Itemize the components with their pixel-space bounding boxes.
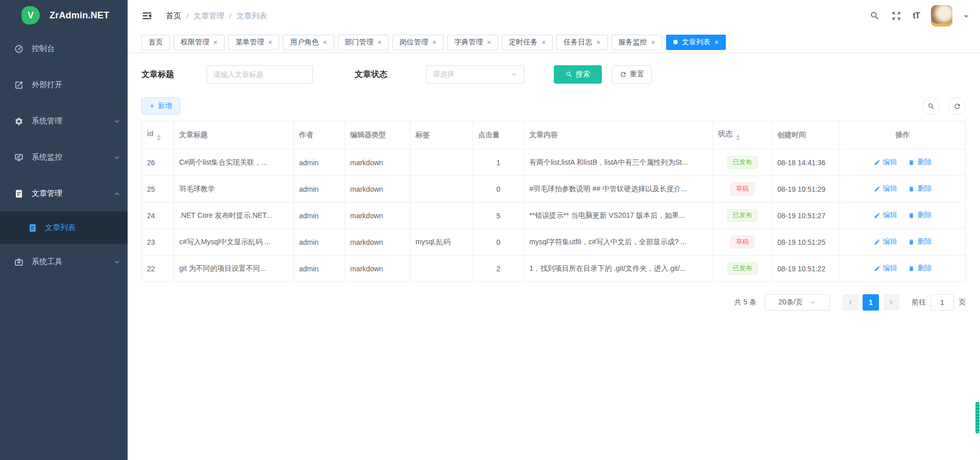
fullscreen-icon[interactable] [891, 11, 901, 21]
breadcrumb: 首页 / 文章管理 / 文章列表 [166, 11, 267, 21]
text-size-icon[interactable]: tT [913, 11, 920, 21]
tab-label: 部门管理 [345, 38, 374, 47]
delete-button[interactable]: 删除 [908, 184, 932, 193]
column-label: 作者 [299, 131, 313, 139]
reset-button[interactable]: 重置 [612, 65, 652, 84]
column-created-time: 创建时间 [772, 121, 840, 149]
page-content: 文章标题 文章状态 请选择 搜索 重置 [128, 53, 980, 460]
delete-button[interactable]: 删除 [908, 158, 932, 167]
goto-page-input[interactable] [930, 294, 954, 311]
cell-id: 22 [142, 255, 174, 282]
edit-button[interactable]: 编辑 [874, 184, 897, 193]
tab-label: 定时任务 [509, 38, 537, 47]
delete-button[interactable]: 删除 [908, 211, 932, 220]
main-area: 首页 / 文章管理 / 文章列表 tT 首页 权限管理× 菜单管理× [128, 0, 980, 460]
collapse-sidebar-icon[interactable] [141, 10, 153, 21]
tab-label: 文章列表 [682, 38, 710, 47]
trash-icon [908, 212, 915, 219]
cell-editor: markdown [345, 202, 410, 229]
column-label: 文章内容 [529, 131, 558, 139]
column-tags: 标签 [410, 121, 473, 149]
tab-home[interactable]: 首页 [141, 35, 170, 50]
sort-icon[interactable] [736, 135, 740, 141]
tab-permission-manage[interactable]: 权限管理× [174, 35, 225, 50]
tab-dept-manage[interactable]: 部门管理× [338, 35, 389, 50]
cell-tags [410, 176, 473, 202]
tab-user-role[interactable]: 用户角色× [283, 35, 334, 50]
close-tab-icon[interactable]: × [378, 39, 382, 46]
user-avatar[interactable] [931, 5, 952, 27]
next-page-button[interactable] [883, 294, 899, 311]
close-tab-icon[interactable]: × [268, 39, 272, 46]
toggle-search-button[interactable] [922, 97, 940, 115]
tab-menu-manage[interactable]: 菜单管理× [228, 35, 279, 50]
cell-content: 1，找到项目所在目录下的 .git/文件夹，进入.git/... [524, 255, 713, 282]
close-tab-icon[interactable]: × [323, 39, 327, 46]
sidebar-item-external-open[interactable]: 外部打开 [0, 67, 128, 103]
article-title-input[interactable] [213, 70, 306, 79]
page-number-button[interactable]: 1 [863, 294, 879, 311]
add-button[interactable]: + 新增 [141, 97, 180, 115]
page-size-value: 20条/页 [778, 298, 802, 307]
edit-button[interactable]: 编辑 [874, 211, 897, 220]
close-tab-icon[interactable]: × [487, 39, 491, 46]
tab-scheduled-task[interactable]: 定时任务× [502, 35, 553, 50]
close-tab-icon[interactable]: × [213, 39, 217, 46]
tab-dict-manage[interactable]: 字典管理× [447, 35, 498, 50]
column-status[interactable]: 状态 [713, 121, 772, 149]
delete-button[interactable]: 删除 [908, 237, 932, 246]
cell-author: admin [294, 255, 345, 282]
close-tab-icon[interactable]: × [596, 39, 600, 46]
edit-button[interactable]: 编辑 [874, 237, 897, 246]
sidebar-item-system-monitor[interactable]: 系统监控 [0, 139, 128, 175]
sidebar-item-system-tools[interactable]: 系统工具 [0, 244, 128, 280]
edit-button[interactable]: 编辑 [874, 264, 897, 273]
tab-service-monitor[interactable]: 服务监控× [611, 35, 663, 50]
refresh-table-button[interactable] [948, 97, 966, 115]
sidebar-item-article-list[interactable]: 文章列表 [0, 212, 128, 244]
cell-editor: markdown [345, 149, 410, 176]
search-button[interactable]: 搜索 [554, 65, 602, 84]
article-status-select[interactable]: 请选择 [426, 65, 524, 84]
breadcrumb-article-list: 文章列表 [236, 11, 267, 21]
chevron-down-icon [113, 259, 120, 266]
close-tab-icon[interactable]: × [651, 39, 655, 46]
app-logo[interactable]: V ZrAdmin.NET [0, 0, 128, 31]
table-row: 23 c#写入Mysql中文显示乱码 ... admin markdown my… [142, 229, 966, 255]
logo-icon: V [21, 6, 40, 24]
close-tab-icon[interactable]: × [432, 39, 436, 46]
edit-button[interactable]: 编辑 [874, 158, 897, 167]
breadcrumb-separator: / [186, 12, 188, 20]
avatar-caret-down-icon[interactable] [964, 15, 969, 20]
scrollbar-thumb[interactable] [975, 402, 979, 433]
breadcrumb-home[interactable]: 首页 [166, 11, 181, 21]
active-tab-dot [673, 40, 678, 44]
page-size-select[interactable]: 20条/页 [765, 294, 830, 311]
tab-article-list[interactable]: 文章列表× [666, 35, 726, 50]
tab-post-manage[interactable]: 岗位管理× [393, 35, 444, 50]
status-badge: 已发布 [727, 209, 758, 222]
sidebar-item-system-manage[interactable]: 系统管理 [0, 103, 128, 139]
chevron-down-icon [113, 154, 120, 161]
cell-clicks: 0 [473, 229, 524, 255]
prev-page-button[interactable] [842, 294, 859, 311]
delete-button[interactable]: 删除 [908, 264, 932, 273]
sidebar-item-console[interactable]: 控制台 [0, 31, 128, 67]
search-icon[interactable] [870, 11, 880, 21]
cell-title: .NET Core 发布时提示.NET... [174, 202, 294, 229]
edit-label: 编辑 [883, 184, 897, 193]
menu-label: 系统管理 [32, 116, 62, 126]
sort-icon[interactable] [157, 135, 161, 141]
status-badge: 草稿 [730, 183, 754, 195]
dashboard-icon [14, 44, 23, 54]
close-tab-icon[interactable]: × [542, 39, 546, 46]
column-id[interactable]: id [142, 121, 174, 149]
close-tab-icon[interactable]: × [715, 39, 719, 46]
pencil-icon [874, 239, 880, 245]
cell-editor: markdown [345, 255, 410, 282]
tab-task-log[interactable]: 任务日志× [556, 35, 607, 50]
sidebar-item-article-manage[interactable]: 文章管理 [0, 175, 128, 212]
table-toolbar: + 新增 [141, 97, 966, 115]
column-clicks: 点击量 [473, 121, 524, 149]
cell-clicks: 1 [473, 149, 524, 176]
